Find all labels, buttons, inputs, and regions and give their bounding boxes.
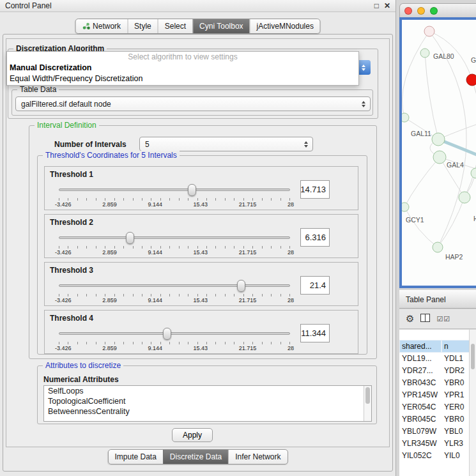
close-light-icon[interactable] bbox=[404, 7, 412, 15]
table-row[interactable]: YIL052CYIL0 bbox=[399, 450, 476, 462]
columns-icon[interactable] bbox=[420, 314, 430, 324]
threshold-slider[interactable]: -3.4262.8599.14415.4321.71528 bbox=[59, 184, 290, 207]
node-label: GAL11 bbox=[411, 130, 431, 137]
table-row[interactable]: YLR345WYLR3 bbox=[399, 438, 476, 450]
tick-label: 21.715 bbox=[239, 201, 257, 208]
table-data-combo[interactable]: galFiltered.sif default node bbox=[15, 96, 371, 111]
slider-ticks bbox=[59, 198, 290, 201]
slider-thumb[interactable] bbox=[163, 328, 171, 340]
scrollbar-thumb[interactable] bbox=[471, 344, 475, 369]
threshold-value-field[interactable]: 14.713 bbox=[300, 180, 330, 199]
network-node[interactable] bbox=[433, 242, 443, 252]
slider-track[interactable] bbox=[59, 236, 290, 239]
threshold-slider[interactable]: -3.4262.8599.14415.4321.71528 bbox=[59, 280, 290, 303]
tab-infer-network[interactable]: Infer Network bbox=[228, 450, 287, 464]
network-node[interactable] bbox=[433, 151, 446, 164]
network-node[interactable] bbox=[459, 192, 470, 203]
tab-discretize-data[interactable]: Discretize Data bbox=[163, 450, 228, 464]
menu-item-manual-discretization[interactable]: Manual Discretization bbox=[7, 63, 358, 73]
table-scrollbar[interactable] bbox=[469, 330, 476, 476]
slider-thumb[interactable] bbox=[126, 232, 134, 244]
slider-track[interactable] bbox=[59, 188, 290, 191]
cell-shared-name[interactable]: YBR043C bbox=[399, 377, 441, 389]
cell-shared-name[interactable]: YDR27... bbox=[399, 365, 441, 377]
scrollbar-thumb[interactable] bbox=[365, 387, 370, 404]
slider-thumb[interactable] bbox=[188, 184, 196, 196]
slider-track[interactable] bbox=[59, 332, 290, 335]
table-data-label: Table Data bbox=[17, 85, 59, 94]
table-row[interactable]: YDL19...YDL1 bbox=[399, 353, 476, 365]
threshold-label: Threshold 2 bbox=[50, 218, 93, 227]
tick-label: 21.715 bbox=[239, 297, 257, 303]
window-title: Control Panel bbox=[5, 1, 52, 10]
menu-item-equal-width-frequency[interactable]: Equal Width/Frequency Discretization bbox=[7, 73, 358, 84]
cell-shared-name[interactable]: YPR145W bbox=[399, 389, 441, 401]
threshold-value-field[interactable]: 6.316 bbox=[300, 228, 330, 247]
network-view-window: GAL80GALGAL11GAL4GCY1HHAP2 bbox=[399, 3, 476, 288]
slider-track[interactable] bbox=[59, 284, 290, 287]
combo-arrows-icon bbox=[304, 141, 308, 148]
zoom-light-icon[interactable] bbox=[430, 7, 438, 15]
attribute-list-item[interactable]: TopologicalCoefficient bbox=[44, 396, 371, 406]
network-node[interactable] bbox=[471, 168, 476, 178]
slider-thumb[interactable] bbox=[237, 280, 245, 292]
threshold-label: Threshold 1 bbox=[50, 170, 93, 179]
combo-arrows-icon bbox=[362, 101, 365, 107]
tab-cyni-toolbox[interactable]: Cyni Toolbox bbox=[192, 19, 249, 33]
numerical-attributes-list[interactable]: SelfLoopsTopologicalCoefficientBetweenne… bbox=[43, 385, 372, 422]
tab-label: Select bbox=[165, 22, 186, 31]
list-scrollbar[interactable] bbox=[364, 386, 371, 421]
tab-impute-data[interactable]: Impute Data bbox=[108, 450, 162, 464]
num-intervals-combo[interactable]: 5 bbox=[139, 137, 313, 151]
network-node[interactable] bbox=[420, 49, 429, 58]
tab-network[interactable]: Network bbox=[75, 19, 127, 33]
tick-label: 15.43 bbox=[194, 249, 208, 256]
table-row[interactable]: YBR045CYBR0 bbox=[399, 413, 476, 426]
apply-button[interactable]: Apply bbox=[172, 428, 213, 442]
num-intervals-value: 5 bbox=[140, 140, 150, 149]
select-columns-icon[interactable]: ☑☑ bbox=[436, 314, 450, 324]
table-row[interactable]: YER054CYER0 bbox=[399, 401, 476, 413]
threshold-value-field[interactable]: 11.344 bbox=[300, 324, 330, 342]
threshold-panel-4: Threshold 4-3.4262.8599.14415.4321.71528… bbox=[44, 310, 358, 354]
attribute-list-item[interactable]: SelfLoops bbox=[44, 386, 371, 396]
threshold-value-field[interactable]: 21.4 bbox=[300, 276, 330, 295]
network-canvas[interactable]: GAL80GALGAL11GAL4GCY1HHAP2 bbox=[399, 17, 476, 288]
gear-icon[interactable]: ⚙ bbox=[406, 314, 414, 324]
table-row[interactable]: YDR27...YDR2 bbox=[399, 365, 476, 377]
minimize-light-icon[interactable] bbox=[417, 7, 425, 15]
table-row[interactable]: YBL079WYBL0 bbox=[399, 426, 476, 438]
threshold-slider[interactable]: -3.4262.8599.14415.4321.71528 bbox=[59, 328, 290, 351]
cell-shared-name[interactable]: YLR345W bbox=[399, 438, 441, 450]
attribute-list-item[interactable]: BetweennessCentrality bbox=[44, 406, 371, 417]
node-label: GAL80 bbox=[433, 52, 454, 60]
network-node[interactable] bbox=[424, 26, 434, 36]
network-window-titlebar[interactable] bbox=[399, 3, 476, 17]
tick-label: 21.715 bbox=[239, 249, 257, 256]
tab-style[interactable]: Style bbox=[127, 19, 158, 33]
network-node[interactable] bbox=[402, 113, 409, 122]
tick-label: 9.144 bbox=[148, 201, 162, 208]
close-icon[interactable]: ✕ bbox=[384, 2, 390, 10]
network-edge bbox=[425, 53, 438, 139]
network-node[interactable] bbox=[466, 74, 476, 86]
threshold-slider[interactable]: -3.4262.8599.14415.4321.71528 bbox=[59, 232, 290, 255]
table-row[interactable]: YPR145WYPR1 bbox=[399, 389, 476, 401]
slider-ticks bbox=[59, 294, 290, 296]
minimize-icon[interactable]: □ bbox=[374, 2, 379, 10]
table-row[interactable]: YBR043CYBR0 bbox=[399, 377, 476, 389]
tab-jactivemnodules[interactable]: jActiveMNodules bbox=[250, 19, 320, 33]
tab-select[interactable]: Select bbox=[158, 19, 192, 33]
cell-shared-name[interactable]: YBL079W bbox=[399, 426, 441, 438]
tick-label: -3.426 bbox=[55, 249, 72, 256]
tick-label: 15.43 bbox=[194, 201, 208, 208]
slider-ticks bbox=[59, 246, 290, 249]
network-node[interactable] bbox=[432, 133, 445, 146]
cell-shared-name[interactable]: YIL052C bbox=[399, 450, 441, 462]
network-node[interactable] bbox=[402, 203, 409, 211]
cell-shared-name[interactable]: YBR045C bbox=[399, 413, 441, 426]
node-label: H bbox=[473, 215, 476, 222]
cell-shared-name[interactable]: YER054C bbox=[399, 401, 441, 413]
cell-shared-name[interactable]: YDL19... bbox=[399, 353, 441, 365]
column-header-shared-name[interactable]: shared... bbox=[399, 340, 441, 353]
